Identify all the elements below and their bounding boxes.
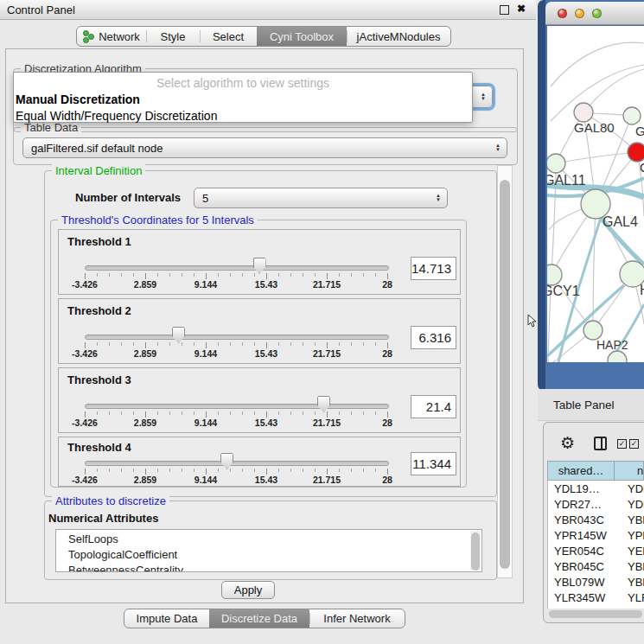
slider-tick [387,411,388,418]
threshold-box-1: Threshold 1-3.4262.8599.14415.4321.71528… [58,229,461,295]
slider-tick [133,469,134,472]
table-row[interactable]: YPR145WYPR1 [548,527,644,543]
slider-tick [230,342,231,346]
slider-thumb[interactable] [317,396,330,412]
slider-tick [278,342,279,346]
number-of-intervals-combo[interactable]: 5 ▲▼ [194,188,448,208]
column-header[interactable]: n [615,462,644,480]
table-cell: YBR0 [622,560,644,573]
slider-thumb[interactable] [220,453,233,469]
split-column-icon[interactable] [594,437,607,450]
threshold-value-field[interactable]: 21.4 [411,395,456,418]
slider-tick [157,411,158,415]
slider-tick [133,273,134,277]
list-scrollbar[interactable] [470,531,481,571]
gear-icon[interactable]: ⚙ [560,433,575,453]
slider-tick [109,469,110,472]
numerical-attributes-list[interactable]: SelfLoopsTopologicalCoefficientBetweenne… [55,529,482,572]
attribute-list-item[interactable]: TopologicalCoefficient [56,547,481,563]
slider-tick-label: 9.144 [182,475,230,485]
thresholds-group-label: Threshold's Coordinates for 5 Intervals [58,214,258,226]
table-row[interactable]: YLR345WYLR3 [548,590,644,605]
slider-tick [303,469,303,472]
slider-tick [242,411,243,415]
network-node[interactable] [623,107,641,124]
node-label: GAL11 [547,173,586,188]
attribute-list-item[interactable]: SelfLoops [56,532,481,547]
tab-select[interactable]: Select [200,27,257,46]
table-row[interactable]: YBR043CYBR0 [548,512,644,527]
cyni-toolbox-panel: Discretization Algorithm ▲▼ Select algor… [5,48,524,603]
threshold-value-field[interactable]: 11.344 [411,452,456,475]
slider-track[interactable] [85,461,389,466]
table-header[interactable]: shared…n [547,461,644,481]
close-icon[interactable]: ✖ [517,3,526,15]
slider-tick [97,342,98,346]
slider-tick [303,273,303,277]
slider-tick [145,342,146,348]
table-row[interactable]: YER054CYER0 [548,543,644,558]
tab-infer-network[interactable]: Infer Network [309,609,405,628]
horizontal-scrollbar[interactable] [549,610,642,618]
slider-tick-label: 2.859 [121,279,169,290]
table-row[interactable]: YBR045CYBR0 [548,558,644,574]
slider-tick [121,273,122,277]
table-cell: YDR27… [548,498,622,511]
slider-tick [290,342,291,346]
slider-tick [206,273,207,279]
tab-network[interactable]: Network [77,27,146,46]
network-node[interactable] [583,321,603,340]
popup-item-0[interactable]: Manual Discretization [14,92,472,108]
panel-scrollbar-thumb[interactable] [500,180,510,569]
network-node[interactable] [574,103,593,122]
slider-tick [85,273,86,279]
apply-button[interactable]: Apply [221,581,275,599]
slider-tick [97,273,98,277]
tab-discretize-data[interactable]: Discretize Data [209,609,309,628]
network-node[interactable] [547,154,565,173]
slider-tick [351,469,352,472]
slider-track[interactable] [85,335,389,340]
checkbox-icon[interactable]: ✓ [617,439,627,449]
threshold-value-field[interactable]: 14.713 [411,257,456,280]
panel-scrollbar[interactable] [497,165,513,578]
threshold-value-field[interactable]: 6.316 [411,326,456,349]
network-node[interactable] [547,265,562,285]
network-canvas[interactable]: GAL80GCGAL11GAL4GCY1HHAP2 [547,26,644,362]
table-cell: YBL079W [548,576,622,589]
attributes-group: Attributes to discretize Numerical Attri… [44,501,497,580]
slider-thumb[interactable] [172,327,185,343]
slider-tick [182,273,182,277]
zoom-traffic-light[interactable] [592,9,602,18]
slider-tick [182,342,182,346]
slider-tick [206,469,207,475]
table-row[interactable]: YIL052CYIL0 [548,605,644,609]
slider-tick [327,273,328,279]
tab-style[interactable]: Style [146,27,200,46]
table-row[interactable]: YBL079WYBL0 [548,574,644,590]
table-body[interactable]: YDL19…YDL1YDR27…YDR2YBR043CYBR0YPR145WYP… [547,481,644,609]
slider-thumb[interactable] [253,258,266,274]
attribute-list-item[interactable]: BetweennessCentrality [56,563,481,572]
checkbox-icon[interactable]: ✓ [629,439,639,449]
network-node[interactable] [628,143,644,162]
network-node[interactable] [608,351,627,362]
minimize-traffic-light[interactable] [575,9,584,18]
slider-tick [363,469,364,472]
slider-tick-label: 2.859 [121,418,169,428]
slider-tick [218,469,219,472]
table-row[interactable]: YDL19…YDL1 [548,481,644,496]
threshold-box-2: Threshold 2-3.4262.8599.14415.4321.71528… [58,298,461,364]
table-data-combo[interactable]: galFiltered.sif default node ▲▼ [22,137,507,158]
float-window-icon[interactable] [500,5,509,15]
slider-track[interactable] [85,265,389,271]
table-row[interactable]: YDR27…YDR2 [548,496,644,512]
popup-item-1[interactable]: Equal Width/Frequency Discretization [14,108,472,124]
slider-track[interactable] [85,404,389,409]
slider-tick-label: -3.426 [61,475,109,485]
close-traffic-light[interactable] [558,9,567,18]
tab-jactivemnodules[interactable]: jActiveMNodules [347,27,450,46]
column-header[interactable]: shared… [548,462,615,480]
tab-impute-data[interactable]: Impute Data [124,609,209,628]
tab-cyni-toolbox[interactable]: Cyni Toolbox [257,27,347,46]
